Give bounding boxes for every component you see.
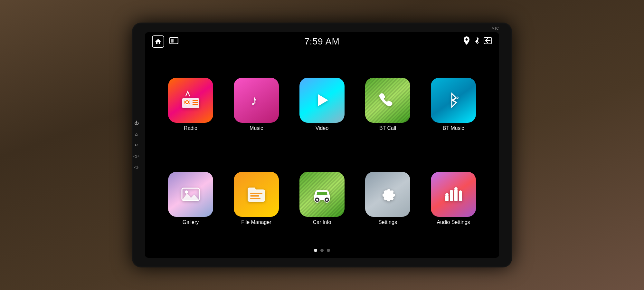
power-button[interactable]: ⏻ bbox=[134, 121, 139, 126]
svg-rect-28 bbox=[459, 193, 462, 201]
clock: 7:59 AM bbox=[304, 36, 340, 47]
back-side-button[interactable]: ↩ bbox=[135, 142, 138, 148]
btcall-icon-bg bbox=[365, 78, 410, 123]
svg-rect-1 bbox=[171, 39, 174, 43]
home-side-button[interactable]: ⌂ bbox=[135, 131, 137, 137]
top-bar-right bbox=[463, 36, 492, 47]
music-icon-bg: ♪ bbox=[234, 78, 279, 123]
top-bar-left bbox=[152, 35, 178, 48]
audiosettings-label: Audio Settings bbox=[437, 219, 470, 225]
svg-point-31 bbox=[454, 187, 458, 190]
back-icon bbox=[484, 37, 492, 44]
radio-label: Radio bbox=[184, 125, 197, 131]
screen: 7:59 AM bbox=[145, 32, 499, 258]
svg-rect-18 bbox=[250, 193, 262, 194]
vol-up-button[interactable]: ◁+ bbox=[133, 153, 139, 159]
carinfo-icon-bg bbox=[299, 172, 345, 217]
svg-point-6 bbox=[186, 101, 188, 103]
side-buttons: ⏻ ⌂ ↩ ◁+ ◁- bbox=[131, 117, 141, 173]
video-label: Video bbox=[316, 125, 329, 131]
bluetooth-icon bbox=[474, 36, 480, 45]
app-radio[interactable]: Radio bbox=[168, 78, 213, 131]
svg-rect-0 bbox=[170, 37, 178, 44]
page-dot-3[interactable] bbox=[327, 249, 330, 252]
car-head-unit: MIC L RST ⏻ ⌂ ↩ ◁+ ◁- bbox=[132, 23, 512, 267]
carinfo-label: Car Info bbox=[313, 219, 331, 225]
bluetooth-button[interactable] bbox=[474, 36, 480, 47]
audiosettings-icon-bg bbox=[431, 172, 476, 217]
svg-marker-11 bbox=[318, 94, 328, 106]
app-settings[interactable]: Settings bbox=[365, 172, 410, 225]
settings-icon-bg bbox=[365, 172, 410, 217]
app-audio-settings[interactable]: Audio Settings bbox=[431, 172, 476, 225]
back-button[interactable] bbox=[484, 37, 492, 46]
btmusic-label: BT Music bbox=[443, 125, 464, 131]
svg-point-24 bbox=[326, 199, 328, 201]
home-icon bbox=[155, 38, 162, 45]
svg-rect-26 bbox=[450, 192, 453, 201]
home-button[interactable] bbox=[152, 35, 164, 48]
app-bt-music[interactable]: ♪ BT Music bbox=[431, 78, 476, 131]
page-dots bbox=[145, 249, 499, 258]
svg-rect-19 bbox=[250, 195, 259, 197]
location-icon bbox=[463, 36, 470, 45]
svg-text:♪: ♪ bbox=[251, 93, 258, 108]
page-dot-2[interactable] bbox=[320, 249, 324, 252]
app-bt-call[interactable]: BT Call bbox=[365, 78, 410, 131]
window-button[interactable] bbox=[169, 37, 178, 46]
app-car-info[interactable]: Car Info bbox=[299, 172, 345, 225]
vol-down-button[interactable]: ◁- bbox=[134, 164, 139, 169]
radio-icon-bg bbox=[168, 78, 213, 123]
svg-point-16 bbox=[185, 190, 188, 194]
location-button[interactable] bbox=[463, 36, 470, 47]
settings-label: Settings bbox=[378, 219, 397, 225]
video-icon-bg bbox=[299, 78, 345, 123]
svg-marker-17 bbox=[182, 193, 199, 200]
music-label: Music bbox=[250, 125, 263, 131]
gallery-icon-bg bbox=[168, 172, 213, 217]
btmusic-icon-bg: ♪ bbox=[431, 78, 476, 123]
gallery-label: Gallery bbox=[183, 219, 199, 225]
svg-point-32 bbox=[459, 190, 462, 194]
svg-point-29 bbox=[445, 193, 449, 196]
top-bar: 7:59 AM bbox=[145, 32, 499, 51]
svg-point-30 bbox=[450, 190, 453, 193]
filemgr-label: File Manager bbox=[241, 219, 271, 225]
app-file-manager[interactable]: File Manager bbox=[234, 172, 279, 225]
app-music[interactable]: ♪ Music bbox=[234, 78, 279, 131]
svg-point-23 bbox=[316, 199, 318, 201]
app-gallery[interactable]: Gallery bbox=[168, 172, 213, 225]
app-grid: Radio ♪ Music bbox=[145, 51, 499, 249]
svg-rect-27 bbox=[454, 189, 458, 201]
window-icon bbox=[169, 37, 178, 44]
svg-rect-20 bbox=[250, 198, 260, 199]
app-video[interactable]: Video bbox=[299, 78, 345, 131]
btcall-label: BT Call bbox=[379, 125, 396, 131]
mic-label: MIC bbox=[492, 26, 499, 30]
page-dot-1[interactable] bbox=[314, 249, 317, 252]
svg-text:♪: ♪ bbox=[456, 94, 459, 101]
filemgr-icon-bg bbox=[234, 172, 279, 217]
